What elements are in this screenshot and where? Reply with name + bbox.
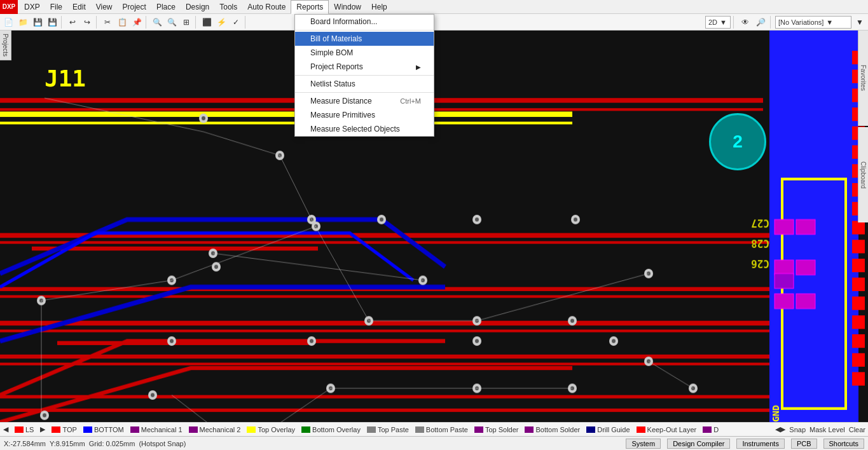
layer-d[interactable]: D (699, 423, 722, 436)
tb-paste[interactable]: 📌 (130, 15, 144, 29)
layer-drillguide-color (586, 426, 595, 433)
menu-dxp[interactable]: DXP (19, 0, 45, 14)
tb-open[interactable]: 📁 (16, 15, 30, 29)
layer-top-paste[interactable]: Top Paste (364, 423, 412, 436)
layer-botsolder-color (525, 426, 534, 433)
bottom-right-buttons: System Design Compiler Instruments PCB S… (626, 439, 864, 449)
layer-bot-solder[interactable]: Bottom Solder (521, 423, 583, 436)
layer-botoverlay-color (301, 426, 310, 433)
tb-component[interactable]: ⬛ (200, 15, 214, 29)
menu-window[interactable]: Window (329, 0, 366, 14)
layer-bottom-color (83, 426, 92, 433)
menu-netlist-status[interactable]: Netlist Status (295, 77, 434, 91)
grid-info: Grid: 0.025mm (89, 440, 135, 447)
tb-redo[interactable]: ↪ (80, 15, 94, 29)
layer-keepout-color (637, 426, 645, 433)
layer-mech1[interactable]: Mechanical 1 (127, 423, 186, 436)
status-clear[interactable]: Clear (849, 426, 865, 433)
menu-measure-primitives[interactable]: Measure Primitives (295, 108, 434, 122)
tb-zoom-fit[interactable]: ⊞ (179, 15, 193, 29)
tb-inspect[interactable]: 🔎 (754, 15, 768, 29)
layer-topoverlay-color (247, 426, 256, 433)
layer-keepout[interactable]: Keep-Out Layer (633, 423, 700, 436)
tb-3d-dropdown[interactable]: 2D ▼ (705, 16, 731, 29)
status-right: ◀▶ Snap Mask Level Clear (775, 425, 868, 433)
status-arrows[interactable]: ◀▶ (775, 425, 785, 433)
snap-info: (Hotspot Snap) (139, 440, 186, 447)
menu-project[interactable]: Project (118, 0, 151, 14)
menu-edit[interactable]: Edit (67, 0, 91, 14)
menu-tools[interactable]: Tools (214, 0, 242, 14)
layer-top-solder[interactable]: Top Solder (471, 423, 522, 436)
menubar: DXP DXP File Edit View Project Place Des… (0, 0, 868, 14)
menu-view[interactable]: View (91, 0, 118, 14)
menu-board-information[interactable]: Board Information... (295, 15, 434, 29)
tb-layer-vis[interactable]: 👁 (738, 15, 752, 29)
bottombar: X:-27.584mm Y:8.915mm Grid: 0.025mm (Hot… (0, 436, 868, 450)
tb-drc[interactable]: ✓ (229, 15, 243, 29)
favorites-panel[interactable]: Favorites (858, 31, 868, 126)
menu-project-reports[interactable]: Project Reports ▶ (295, 60, 434, 74)
tb-undo[interactable]: ↩ (65, 15, 79, 29)
tb-save[interactable]: 💾 (31, 15, 45, 29)
tb-new[interactable]: 📄 (1, 15, 15, 29)
layer-mech1-color (130, 426, 139, 433)
layer-top-overlay[interactable]: Top Overlay (244, 423, 298, 436)
btn-shortcuts[interactable]: Shortcuts (823, 439, 864, 449)
btn-pcb[interactable]: PCB (791, 439, 817, 449)
btn-system[interactable]: System (626, 439, 661, 449)
tb-cut[interactable]: ✂ (100, 15, 114, 29)
layer-mech2-color (189, 426, 198, 433)
tb-copy[interactable]: 📋 (115, 15, 129, 29)
layer-ls[interactable]: LS (11, 423, 37, 436)
menu-measure-distance[interactable]: Measure Distance Ctrl+M (295, 94, 434, 108)
layer-ls-color (15, 426, 24, 433)
pcb-circle-2: 2 (709, 113, 766, 170)
coord-x: X:-27.584mm (4, 440, 46, 447)
tb-zoom-in[interactable]: 🔍 (150, 15, 164, 29)
submenu-arrow: ▶ (416, 64, 421, 71)
clipboard-panel[interactable]: Clipboard (858, 127, 868, 222)
layer-toppaste-color (367, 426, 376, 433)
btn-instruments[interactable]: Instruments (736, 439, 784, 449)
layer-bottom[interactable]: BOTTOM (80, 423, 127, 436)
menu-file[interactable]: File (45, 0, 67, 14)
layer-topsolder-color (474, 426, 483, 433)
menu-sep2 (295, 75, 434, 76)
menu-autoroute[interactable]: Auto Route (242, 0, 291, 14)
layer-d-color (703, 426, 712, 433)
layer-bot-overlay[interactable]: Bottom Overlay (298, 423, 364, 436)
menu-design[interactable]: Design (181, 0, 214, 14)
menu-sep1 (295, 30, 434, 31)
sep7 (770, 16, 773, 29)
btn-design-compiler[interactable]: Design Compiler (667, 439, 730, 449)
layer-bot-paste[interactable]: Bottom Paste (412, 423, 471, 436)
reports-dropdown-menu: Board Information... Bill of Materials S… (294, 14, 434, 137)
layer-top[interactable]: TOP (48, 423, 79, 436)
menu-help[interactable]: Help (366, 0, 392, 14)
layer-mech2[interactable]: Mechanical 2 (186, 423, 244, 436)
menu-bill-of-materials[interactable]: Bill of Materials (295, 32, 434, 46)
projects-tab[interactable]: Projects (0, 31, 11, 60)
bottom-coords: X:-27.584mm Y:8.915mm Grid: 0.025mm (Hot… (4, 440, 626, 447)
layer-top-color (52, 426, 60, 433)
menu-measure-selected-objects[interactable]: Measure Selected Objects (295, 122, 434, 136)
tb-saveall[interactable]: 💾 (45, 15, 59, 29)
status-snap[interactable]: Snap (789, 426, 806, 433)
tb-variations-btn[interactable]: ▼ (853, 15, 867, 29)
sep4 (195, 16, 198, 29)
menu-reports[interactable]: Reports (291, 0, 329, 14)
tb-route[interactable]: ⚡ (214, 15, 228, 29)
sep1 (61, 16, 64, 29)
menu-simple-bom[interactable]: Simple BOM (295, 46, 434, 60)
menu-place[interactable]: Place (151, 0, 181, 14)
layer-scroll-left[interactable]: ◀ (0, 423, 11, 436)
tb-zoom-out[interactable]: 🔍 (165, 15, 179, 29)
layer-drill-guide[interactable]: Drill Guide (583, 423, 633, 436)
sep2 (96, 16, 99, 29)
menu-sep3 (295, 92, 434, 93)
status-mask-level[interactable]: Mask Level (809, 426, 845, 433)
layer-scroll-right[interactable]: ▶ (37, 423, 48, 436)
layer-botpaste-color (415, 426, 424, 433)
tb-variations-dropdown[interactable]: [No Variations] ▼ (775, 16, 851, 29)
